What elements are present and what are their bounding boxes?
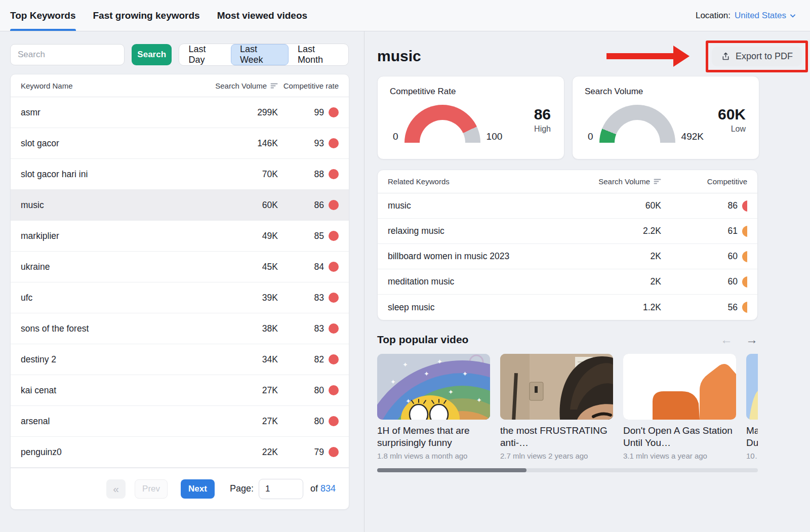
annotation-box: Export to PDF [706, 40, 808, 72]
range-last-week[interactable]: Last Week [231, 44, 289, 65]
table-row[interactable]: arsenal 27K 80 [11, 406, 349, 437]
tab-most-viewed-videos[interactable]: Most viewed videos [217, 0, 307, 31]
video-title: Ma… Du… [746, 425, 758, 449]
video-thumbnail [623, 354, 736, 420]
tab-top-keywords[interactable]: Top Keywords [10, 0, 76, 31]
video-card[interactable]: ✦✦✦ ✦✦✦ ✦✦ 1H of Memes that are surprisi… [377, 354, 490, 460]
svg-text:✦: ✦ [476, 396, 482, 404]
sort-icon [270, 83, 278, 89]
rate-dot [329, 169, 339, 179]
svg-text:✦: ✦ [437, 358, 442, 365]
rate-dot [329, 138, 339, 148]
page-label: Page: [230, 483, 254, 494]
carousel-prev-icon[interactable]: ← [720, 333, 733, 347]
video-carousel: ✦✦✦ ✦✦✦ ✦✦ 1H of Memes that are surprisi… [377, 354, 758, 460]
col-related-keywords: Related Keywords [388, 177, 560, 186]
carousel-next-icon[interactable]: → [746, 333, 758, 347]
gauge-level: Low [718, 125, 746, 134]
range-last-day[interactable]: Last Day [179, 44, 230, 65]
svg-text:✦: ✦ [406, 397, 411, 405]
competitive-rate-gauge [404, 105, 480, 143]
related-row[interactable]: sleep music 1.2K 56 [378, 295, 757, 320]
rate-dot [329, 416, 339, 426]
related-row[interactable]: billboard women in music 2023 2K 60 [378, 244, 757, 269]
svg-text:✦: ✦ [402, 361, 408, 369]
prev-page-button[interactable]: Prev [135, 479, 168, 499]
related-table-header: Related Keywords Search Volume Competiti… [378, 170, 757, 193]
col-search-volume[interactable]: Search Volume [212, 81, 278, 90]
date-range-toggle: Last Day Last Week Last Month [179, 44, 349, 66]
video-meta: 3.1 mln views a year ago [623, 452, 736, 460]
rate-dot [742, 276, 747, 288]
next-page-button[interactable]: Next [181, 479, 215, 499]
table-row[interactable]: markiplier 49K 85 [11, 221, 349, 252]
rate-dot [329, 231, 339, 241]
gauge-value: 86 [534, 106, 551, 123]
page-number-input[interactable] [259, 479, 303, 499]
svg-text:✦: ✦ [390, 378, 396, 386]
video-card-clipped[interactable]: Ma… Du… 10… [746, 354, 758, 460]
video-thumbnail [746, 354, 758, 420]
col-search-volume[interactable]: Search Volume [560, 177, 661, 186]
sort-icon [654, 178, 661, 185]
rate-dot [329, 107, 339, 117]
table-row[interactable]: destiny 2 34K 82 [11, 344, 349, 375]
table-row[interactable]: kai cenat 27K 80 [11, 375, 349, 406]
main-content: Search Last Day Last Week Last Month Key… [0, 31, 810, 532]
table-row[interactable]: slot gacor 146K 93 [11, 128, 349, 159]
svg-text:✦: ✦ [462, 370, 468, 378]
export-to-pdf-button[interactable]: Export to PDF [712, 47, 802, 66]
competitive-rate-card: Competitive Rate 0 100 86 High [377, 76, 564, 159]
rate-dot [742, 251, 747, 262]
pagination: « Prev Next Page: of 834 [11, 468, 349, 509]
gauge-cards: Competitive Rate 0 100 86 High Search Vo… [377, 76, 810, 159]
table-row[interactable]: slot gacor hari ini 70K 88 [11, 159, 349, 190]
top-bar: Top Keywords Fast growing keywords Most … [0, 0, 810, 31]
rate-dot [742, 226, 747, 237]
related-row[interactable]: meditation music 2K 60 [378, 269, 757, 295]
rate-dot [742, 302, 747, 313]
gauge-value: 60K [718, 106, 746, 123]
location-dropdown[interactable]: United States [735, 11, 797, 21]
table-row[interactable]: ufc 39K 83 [11, 282, 349, 313]
rate-dot [742, 200, 747, 212]
search-input[interactable] [10, 44, 125, 65]
page-title: music [377, 48, 421, 65]
svg-text:✦: ✦ [448, 388, 454, 396]
rate-dot [329, 323, 339, 334]
table-row[interactable]: asmr 299K 99 [11, 97, 349, 128]
search-volume-card: Search Volume 0 492K 60K Low [572, 76, 759, 159]
range-last-month[interactable]: Last Month [289, 44, 348, 65]
search-volume-gauge [599, 105, 675, 143]
rate-dot [329, 385, 339, 395]
video-thumbnail [500, 354, 613, 420]
carousel-scrollbar-thumb[interactable] [377, 468, 526, 472]
location-label: Location: [696, 11, 731, 21]
keyword-analytics-app: Top Keywords Fast growing keywords Most … [0, 0, 810, 532]
video-thumbnail: ✦✦✦ ✦✦✦ ✦✦ [377, 354, 490, 420]
location-value: United States [735, 11, 786, 21]
related-row[interactable]: relaxing music 2.2K 61 [378, 219, 757, 244]
carousel-scrollbar[interactable] [377, 468, 758, 472]
first-page-button[interactable]: « [106, 479, 126, 499]
keywords-table: Keyword Name Search Volume Competitive r… [10, 74, 349, 510]
video-card[interactable]: the most FRUSTRATING anti-… 2.7 mln view… [500, 354, 613, 460]
table-row-selected[interactable]: music 60K 86 [11, 190, 349, 221]
tab-fast-growing-keywords[interactable]: Fast growing keywords [93, 0, 200, 31]
table-row[interactable]: ukraine 45K 84 [11, 252, 349, 282]
gauge-level: High [534, 125, 551, 134]
video-title: 1H of Memes that are surprisingly funny [377, 425, 490, 449]
table-row[interactable]: penguinz0 22K 79 [11, 437, 349, 468]
video-title: the most FRUSTRATING anti-… [500, 425, 613, 449]
search-button[interactable]: Search [132, 44, 172, 65]
video-meta: 1.8 mln views a month ago [377, 452, 490, 460]
table-row[interactable]: sons of the forest 38K 83 [11, 313, 349, 344]
total-pages-link[interactable]: 834 [320, 483, 336, 494]
tab-bar: Top Keywords Fast growing keywords Most … [10, 0, 307, 31]
annotation-arrow [606, 46, 690, 67]
location-selector: Location: United States [696, 0, 797, 31]
video-card[interactable]: Don't Open A Gas Station Until You… 3.1 … [623, 354, 736, 460]
related-row[interactable]: music 60K 86 [378, 193, 757, 219]
page-count: of 834 [310, 483, 336, 494]
col-competitive: Competitive [661, 177, 747, 186]
